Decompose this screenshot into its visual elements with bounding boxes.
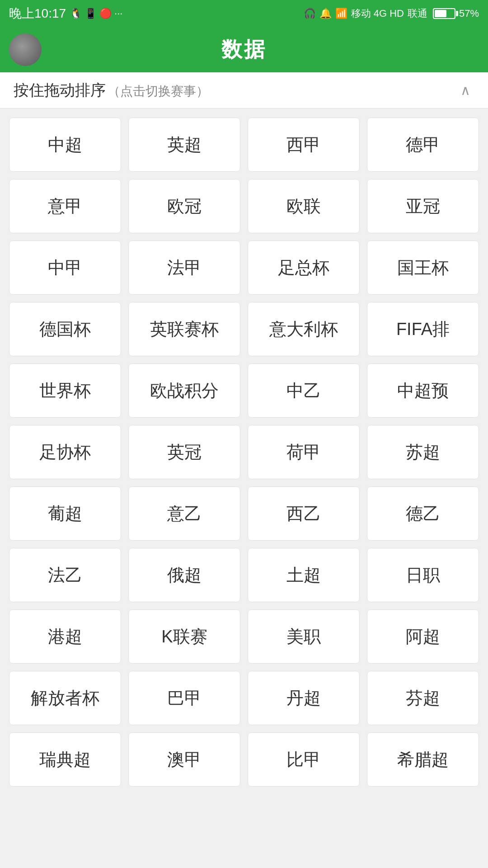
league-item[interactable]: 比甲 xyxy=(248,732,360,787)
league-label: 丹超 xyxy=(286,687,321,710)
notification-icon: 🔔 xyxy=(319,8,332,19)
status-right: 🎧 🔔 📶 移动 4G HD 联通 57% xyxy=(304,7,479,20)
league-item[interactable]: 荷甲 xyxy=(248,425,360,479)
chevron-up-icon[interactable]: ∧ xyxy=(456,81,474,99)
app-icon-1: 🐧 xyxy=(70,8,82,19)
league-label: 荷甲 xyxy=(286,441,321,464)
league-item[interactable]: 俄超 xyxy=(128,548,240,602)
league-label: 中超 xyxy=(48,133,82,156)
status-left: 晚上10:17 🐧 📱 🔴 ··· xyxy=(9,5,122,22)
league-label: 希腊超 xyxy=(397,748,449,771)
league-label: K联赛 xyxy=(161,625,207,648)
league-item[interactable]: 瑞典超 xyxy=(9,732,121,787)
league-label: 德国杯 xyxy=(39,318,91,341)
league-label: FIFA排 xyxy=(396,318,450,341)
league-item[interactable]: 丹超 xyxy=(248,671,360,725)
league-label: 世界杯 xyxy=(39,379,91,402)
signal-text: 移动 4G HD xyxy=(351,7,404,20)
league-item[interactable]: 欧冠 xyxy=(128,179,240,233)
league-label: 苏超 xyxy=(406,441,440,464)
league-item[interactable]: 足总杯 xyxy=(248,241,360,295)
leagues-grid: 中超英超西甲德甲意甲欧冠欧联亚冠中甲法甲足总杯国王杯德国杯英联赛杯意大利杯FIF… xyxy=(0,108,488,796)
league-label: 英冠 xyxy=(167,441,202,464)
league-label: 法甲 xyxy=(167,256,202,279)
league-label: 意大利杯 xyxy=(269,318,338,341)
app-icon-3: 🔴 xyxy=(99,8,112,19)
league-label: 欧战积分 xyxy=(150,379,219,402)
league-item[interactable]: 足协杯 xyxy=(9,425,121,479)
league-item[interactable]: 国王杯 xyxy=(367,241,479,295)
status-time: 晚上10:17 xyxy=(9,5,66,22)
league-label: 德乙 xyxy=(406,502,440,525)
wifi-icon: 📶 xyxy=(335,8,347,19)
league-item[interactable]: 日职 xyxy=(367,548,479,602)
league-item[interactable]: 欧战积分 xyxy=(128,363,240,418)
league-label: 芬超 xyxy=(406,687,440,710)
league-item[interactable]: 阿超 xyxy=(367,609,479,664)
league-item[interactable]: 港超 xyxy=(9,609,121,664)
battery-fill xyxy=(435,10,446,17)
league-item[interactable]: K联赛 xyxy=(128,609,240,664)
league-item[interactable]: 德乙 xyxy=(367,486,479,541)
league-item[interactable]: 美职 xyxy=(248,609,360,664)
league-item[interactable]: 意大利杯 xyxy=(248,302,360,356)
league-label: 欧联 xyxy=(286,195,321,218)
league-item[interactable]: 西甲 xyxy=(248,118,360,172)
app-header: 数据 xyxy=(0,27,488,72)
page-title: 数据 xyxy=(221,36,267,64)
header-avatar[interactable] xyxy=(9,33,42,66)
league-label: 阿超 xyxy=(406,625,440,648)
league-label: 比甲 xyxy=(286,748,321,771)
league-label: 足总杯 xyxy=(278,256,329,279)
league-item[interactable]: 中超 xyxy=(9,118,121,172)
league-label: 中甲 xyxy=(48,256,82,279)
league-label: 中超预 xyxy=(397,379,449,402)
status-app-icons: 🐧 📱 🔴 ··· xyxy=(70,8,122,19)
league-item[interactable]: 英超 xyxy=(128,118,240,172)
league-label: 意甲 xyxy=(48,195,82,218)
league-item[interactable]: 中乙 xyxy=(248,363,360,418)
league-item[interactable]: 巴甲 xyxy=(128,671,240,725)
app-icon-2: 📱 xyxy=(84,8,97,19)
league-item[interactable]: 葡超 xyxy=(9,486,121,541)
league-item[interactable]: 亚冠 xyxy=(367,179,479,233)
league-item[interactable]: 芬超 xyxy=(367,671,479,725)
league-item[interactable]: 意乙 xyxy=(128,486,240,541)
league-label: 日职 xyxy=(406,564,440,587)
league-item[interactable]: 西乙 xyxy=(248,486,360,541)
league-label: 西甲 xyxy=(286,133,321,156)
battery-percent: 57% xyxy=(459,8,479,19)
league-item[interactable]: 法乙 xyxy=(9,548,121,602)
league-label: 英超 xyxy=(167,133,202,156)
carrier-text: 联通 xyxy=(408,7,427,20)
avatar-image xyxy=(9,33,42,66)
league-item[interactable]: 英联赛杯 xyxy=(128,302,240,356)
league-label: 巴甲 xyxy=(167,687,202,710)
league-label: 意乙 xyxy=(167,502,202,525)
league-item[interactable]: 欧联 xyxy=(248,179,360,233)
sort-bar-hint-text: （点击切换赛事） xyxy=(108,84,209,98)
league-label: 葡超 xyxy=(48,502,82,525)
league-item[interactable]: 意甲 xyxy=(9,179,121,233)
league-item[interactable]: 中甲 xyxy=(9,241,121,295)
league-item[interactable]: 法甲 xyxy=(128,241,240,295)
league-item[interactable]: 德甲 xyxy=(367,118,479,172)
league-item[interactable]: 英冠 xyxy=(128,425,240,479)
league-item[interactable]: FIFA排 xyxy=(367,302,479,356)
status-bar: 晚上10:17 🐧 📱 🔴 ··· 🎧 🔔 📶 移动 4G HD 联通 57% xyxy=(0,0,488,27)
headset-icon: 🎧 xyxy=(304,8,316,19)
more-icon: ··· xyxy=(114,8,122,19)
league-item[interactable]: 希腊超 xyxy=(367,732,479,787)
league-item[interactable]: 中超预 xyxy=(367,363,479,418)
league-label: 欧冠 xyxy=(167,195,202,218)
league-label: 解放者杯 xyxy=(31,687,99,710)
league-label: 瑞典超 xyxy=(39,748,91,771)
league-item[interactable]: 苏超 xyxy=(367,425,479,479)
league-item[interactable]: 澳甲 xyxy=(128,732,240,787)
battery-bar xyxy=(433,8,455,19)
sort-bar[interactable]: 按住拖动排序 （点击切换赛事） ∧ xyxy=(0,72,488,108)
league-item[interactable]: 解放者杯 xyxy=(9,671,121,725)
league-item[interactable]: 世界杯 xyxy=(9,363,121,418)
league-item[interactable]: 土超 xyxy=(248,548,360,602)
league-item[interactable]: 德国杯 xyxy=(9,302,121,356)
